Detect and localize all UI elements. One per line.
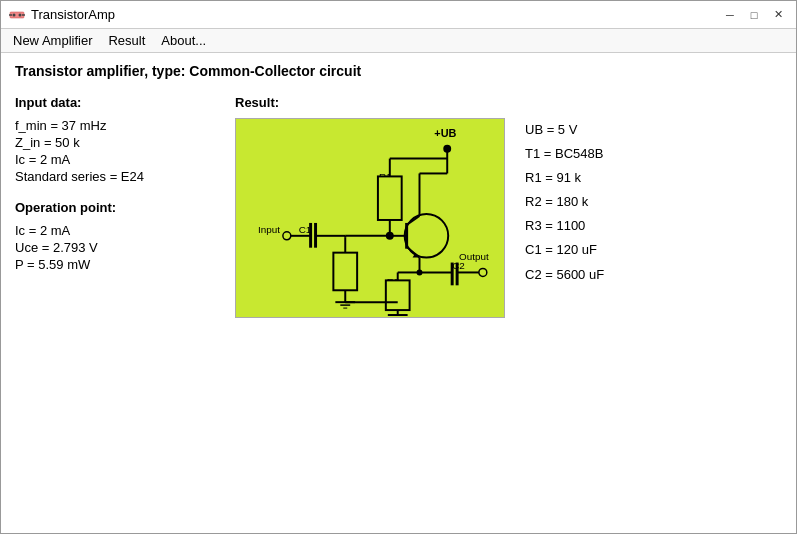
left-panel: Input data: f_min = 37 mHz Z_in = 50 k I… [15, 95, 215, 318]
menu-about[interactable]: About... [153, 31, 214, 50]
svg-rect-11 [378, 176, 402, 220]
main-area: Input data: f_min = 37 mHz Z_in = 50 k I… [15, 95, 782, 318]
op-line-0: Ic = 2 mA [15, 223, 215, 238]
menu-result[interactable]: Result [100, 31, 153, 50]
results-values: UB = 5 V T1 = BC548B R1 = 91 k R2 = 180 … [525, 95, 604, 288]
app-icon [9, 7, 25, 23]
right-panel: Result: +UB R1 [235, 95, 604, 318]
svg-point-4 [19, 13, 22, 16]
operation-point-label: Operation point: [15, 200, 215, 215]
menu-bar: New Amplifier Result About... [1, 29, 796, 53]
input-line-2: Ic = 2 mA [15, 152, 215, 167]
op-line-2: P = 5.59 mW [15, 257, 215, 272]
svg-point-3 [13, 13, 16, 16]
result-line-2: R1 = 91 k [525, 167, 604, 189]
result-line-0: UB = 5 V [525, 119, 604, 141]
app-title: TransistorAmp [31, 7, 115, 22]
main-content: Transistor amplifier, type: Common-Colle… [1, 53, 796, 533]
circuit-diagram: +UB R1 T1 [235, 118, 505, 318]
window-controls: ─ □ ✕ [720, 5, 788, 25]
result-line-5: C1 = 120 uF [525, 239, 604, 261]
circuit-svg: +UB R1 T1 [236, 119, 504, 317]
svg-rect-36 [386, 280, 410, 310]
result-line-6: C2 = 5600 uF [525, 264, 604, 286]
result-section: Result: +UB R1 [235, 95, 505, 318]
result-line-4: R3 = 1100 [525, 215, 604, 237]
svg-rect-5 [236, 119, 503, 317]
input-data-label: Input data: [15, 95, 215, 110]
result-line-3: R2 = 180 k [525, 191, 604, 213]
input-line-0: f_min = 37 mHz [15, 118, 215, 133]
result-label: Result: [235, 95, 505, 110]
input-line-1: Z_in = 50 k [15, 135, 215, 150]
result-line-1: T1 = BC548B [525, 143, 604, 165]
maximize-button[interactable]: □ [744, 5, 764, 25]
page-title: Transistor amplifier, type: Common-Colle… [15, 63, 782, 79]
svg-text:Input: Input [258, 224, 280, 235]
svg-point-49 [283, 232, 291, 240]
minimize-button[interactable]: ─ [720, 5, 740, 25]
input-line-3: Standard series = E24 [15, 169, 215, 184]
title-bar: TransistorAmp ─ □ ✕ [1, 1, 796, 29]
svg-rect-27 [333, 253, 357, 291]
svg-text:Output: Output [459, 251, 489, 262]
op-line-1: Uce = 2.793 V [15, 240, 215, 255]
close-button[interactable]: ✕ [768, 5, 788, 25]
svg-point-56 [479, 268, 487, 276]
svg-rect-0 [10, 12, 24, 18]
menu-new-amplifier[interactable]: New Amplifier [5, 31, 100, 50]
svg-text:+UB: +UB [434, 127, 456, 139]
